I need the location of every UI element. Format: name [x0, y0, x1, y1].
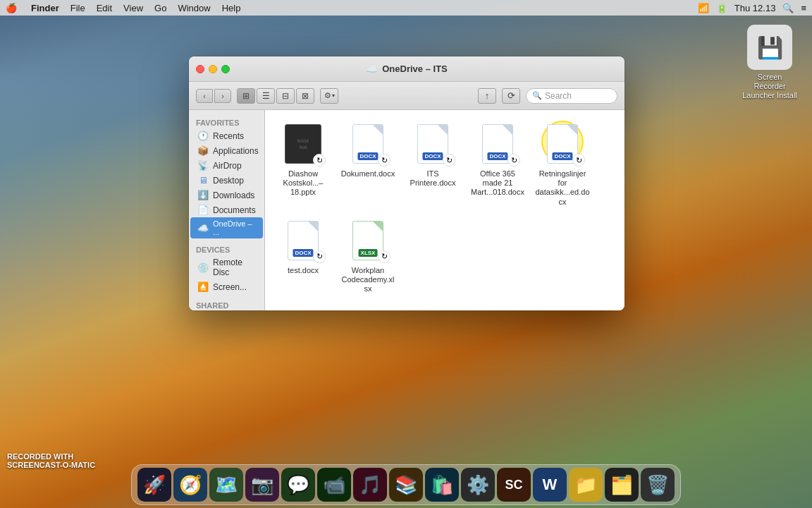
- applications-label: Applications: [213, 146, 259, 156]
- sidebar-item-onedrive[interactable]: ☁️ OneDrive – ...: [190, 217, 263, 238]
- docx-label-test: DOCX: [293, 249, 313, 257]
- view-columns-button[interactable]: ⊟: [276, 88, 295, 104]
- file-name-workplan: Workplan Codecademy.xlsx: [340, 266, 396, 294]
- recents-icon: 🕐: [197, 131, 209, 141]
- file-name-dokument: Dokument.docx: [341, 169, 395, 179]
- dock-item-systemprefs[interactable]: ⚙️: [461, 468, 495, 502]
- documents-label: Documents: [213, 205, 256, 215]
- sidebar-item-applications[interactable]: 📦 Applications: [190, 143, 263, 158]
- airdrop-icon: 📡: [197, 160, 209, 171]
- devices-section-label: Devices: [189, 243, 264, 255]
- desktop-icon-screen-recorder[interactable]: 💾 Screen Recorder Launcher Install: [742, 25, 798, 101]
- action-button[interactable]: ⚙ ▾: [320, 88, 338, 104]
- file-name-office365: Office 365 made 21 Mart...018.docx: [469, 169, 526, 198]
- menubar-right: 📶 🔋 Thu 12.13 🔍 ≡: [698, 3, 806, 13]
- sidebar-item-screen[interactable]: ⏏️ Screen...: [190, 279, 263, 294]
- minimize-button[interactable]: [209, 65, 217, 73]
- sidebar-item-recents[interactable]: 🕐 Recents: [190, 128, 263, 143]
- sidebar-item-remote-disc[interactable]: 💿 Remote Disc: [190, 255, 263, 279]
- battery-icon: 🔋: [716, 3, 727, 13]
- file-icon-retningslinjer: DOCX ↻: [540, 121, 585, 167]
- docx-label-its: DOCX: [422, 152, 443, 160]
- close-button[interactable]: [196, 65, 204, 73]
- menubar-file[interactable]: File: [70, 3, 85, 13]
- file-icon-diashow: Kostkol ↻: [281, 121, 326, 167]
- sidebar: Favorites 🕐 Recents 📦 Applications 📡 Air…: [189, 110, 265, 310]
- dock-item-launchpad[interactable]: 🚀: [137, 468, 171, 502]
- dock-item-appstore[interactable]: 🛍️: [425, 468, 459, 502]
- menubar-time: Thu 12.13: [734, 3, 776, 13]
- desktop-icon-image: 💾: [747, 25, 792, 70]
- window-title-icon: ☁️: [366, 64, 378, 75]
- back-button[interactable]: ‹: [196, 89, 213, 103]
- dock-item-maps[interactable]: 🗺️: [209, 468, 243, 502]
- screen-icon: ⏏️: [197, 282, 209, 292]
- sync-badge-test: ↻: [313, 250, 326, 263]
- dock-item-photos[interactable]: 📷: [245, 468, 279, 502]
- forward-button[interactable]: ›: [214, 89, 231, 103]
- window-title-text: OneDrive – ITS: [382, 64, 447, 74]
- share-button[interactable]: ↑: [478, 88, 496, 104]
- view-cover-button[interactable]: ⊠: [296, 88, 314, 104]
- search-icon[interactable]: 🔍: [782, 3, 794, 13]
- window-body: Favorites 🕐 Recents 📦 Applications 📡 Air…: [189, 110, 625, 310]
- dock-item-messages[interactable]: 💬: [281, 468, 315, 502]
- menubar-view[interactable]: View: [123, 3, 143, 13]
- dock-item-files[interactable]: 🗂️: [605, 468, 639, 502]
- dock-item-word[interactable]: W: [533, 468, 567, 502]
- browse-back-forward-button[interactable]: ⟳: [502, 88, 520, 104]
- dock-item-screencast[interactable]: SC: [497, 468, 531, 502]
- search-box[interactable]: 🔍 Search: [526, 88, 617, 104]
- file-item-office365[interactable]: DOCX ↻ Office 365 made 21 Mart...018.doc…: [467, 117, 529, 211]
- dock-item-ibooks[interactable]: 📚: [389, 468, 423, 502]
- sidebar-item-desktop[interactable]: 🖥 Desktop: [190, 173, 263, 188]
- file-item-test[interactable]: DOCX ↻ test.docx: [272, 214, 334, 298]
- desktop-icon-sidebar: 🖥: [197, 175, 209, 186]
- file-item-diashow[interactable]: Kostkol ↻ Diashow Kostskol...–18.pptx: [272, 117, 334, 211]
- dock-item-trash[interactable]: 🗑️: [641, 468, 675, 502]
- docx-label-dokument: DOCX: [357, 152, 378, 160]
- search-placeholder-text: Search: [545, 91, 572, 101]
- file-name-diashow: Diashow Kostskol...–18.pptx: [275, 169, 331, 198]
- view-icon-button[interactable]: ⊞: [237, 88, 255, 104]
- screen-label: Screen...: [213, 282, 247, 292]
- file-item-dokument[interactable]: DOCX ↻ Dokument.docx: [337, 117, 399, 211]
- file-item-retningslinjer[interactable]: DOCX ↻ Retningslinjer for datasikk...ed.…: [531, 117, 593, 211]
- sync-badge-its: ↻: [443, 154, 455, 167]
- search-magnifier-icon: 🔍: [532, 91, 542, 100]
- file-item-workplan[interactable]: XLSX ↻ Workplan Codecademy.xlsx: [337, 214, 399, 298]
- applications-icon: 📦: [197, 145, 209, 156]
- traffic-lights: [196, 65, 230, 73]
- onedrive-icon: ☁️: [197, 223, 209, 234]
- view-list-button[interactable]: ☰: [257, 88, 275, 104]
- menubar-edit[interactable]: Edit: [97, 3, 112, 13]
- file-item-its-printere[interactable]: DOCX ↻ ITS Printere.docx: [402, 117, 464, 211]
- dock-item-facetime[interactable]: 📹: [317, 468, 351, 502]
- dock: 🚀 🧭 🗺️ 📷 💬 📹 🎵 📚 🛍️ ⚙️ SC W 📁 🗂️ 🗑️: [131, 464, 681, 505]
- file-icon-dokument: DOCX ↻: [345, 121, 390, 167]
- apple-menu[interactable]: 🍎: [6, 3, 17, 13]
- shared-section-label: Shared: [189, 298, 264, 310]
- sync-badge-ret: ↻: [572, 154, 585, 167]
- sync-badge-diashow: ↻: [313, 154, 326, 167]
- sidebar-item-airdrop[interactable]: 📡 AirDrop: [190, 158, 263, 173]
- window-title: ☁️ OneDrive – ITS: [366, 64, 447, 75]
- desktop: 🍎 Finder File Edit View Go Window Help 📶…: [0, 0, 812, 508]
- file-icon-workplan: XLSX ↻: [345, 218, 390, 263]
- file-icon-its-printere: DOCX ↻: [410, 121, 455, 167]
- dock-item-itunes[interactable]: 🎵: [353, 468, 387, 502]
- maximize-button[interactable]: [221, 65, 230, 73]
- wifi-icon: 📶: [698, 3, 709, 13]
- file-name-retningslinjer: Retningslinjer for datasikk...ed.docx: [534, 169, 591, 207]
- menubar-window[interactable]: Window: [178, 3, 210, 13]
- menubar-app-name[interactable]: Finder: [31, 3, 59, 13]
- sidebar-item-downloads[interactable]: ⬇️ Downloads: [190, 188, 263, 202]
- sidebar-item-documents[interactable]: 📄 Documents: [190, 202, 263, 217]
- dock-item-safari[interactable]: 🧭: [173, 468, 207, 502]
- menubar-go[interactable]: Go: [154, 3, 166, 13]
- menubar-help[interactable]: Help: [222, 3, 241, 13]
- file-icon-office365: DOCX ↻: [475, 121, 520, 167]
- dock-item-finder2[interactable]: 📁: [569, 468, 603, 502]
- airdrop-label: AirDrop: [213, 161, 242, 171]
- control-center-icon[interactable]: ≡: [801, 3, 806, 13]
